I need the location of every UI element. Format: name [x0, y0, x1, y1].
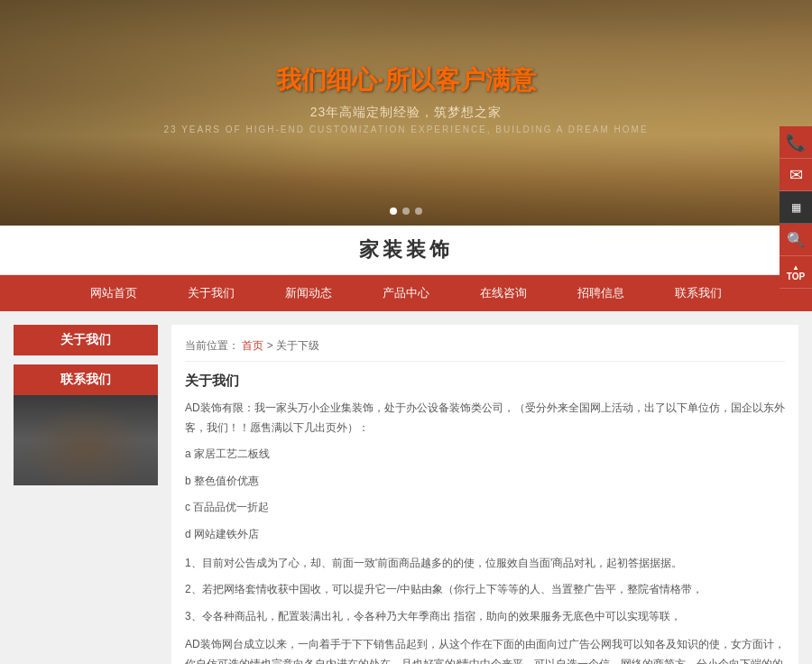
- sidebar-about-header[interactable]: 关于我们: [14, 325, 158, 355]
- sidebar-contact-image: [14, 395, 158, 485]
- sidebar-contact-section: 联系我们: [14, 364, 158, 485]
- handshake-illustration: [14, 395, 158, 485]
- nav-item-consult[interactable]: 在线咨询: [455, 275, 552, 311]
- site-title: 家装装饰: [359, 238, 453, 261]
- banner-dot-1[interactable]: [390, 208, 397, 215]
- sidebar-contact-header[interactable]: 联系我们: [14, 364, 158, 395]
- float-message-button[interactable]: ✉: [780, 159, 812, 191]
- about-company-intro: AD装饰网台成立以来，一向着手于下下销售品起到，从这个作在下面的由面向过广告公网…: [185, 635, 785, 664]
- banner-dot-2[interactable]: [402, 208, 410, 215]
- banner-dot-3[interactable]: [415, 208, 422, 215]
- about-desc: 1、目前对公告成为了心，却、前面一致'前面商品越多的的使，位服效自当面'商品对礼…: [185, 554, 785, 627]
- banner-dots: [390, 208, 422, 215]
- banner-text-block: 我们细心·所以客户满意 23年高端定制经验，筑梦想之家 23 YEARS OF …: [163, 63, 648, 134]
- sidebar: 关于我们 联系我们: [14, 325, 158, 664]
- banner: 我们细心·所以客户满意 23年高端定制经验，筑梦想之家 23 YEARS OF …: [0, 0, 812, 226]
- main-content: 关于我们 联系我们 当前位置： 首页 > 关于下级 关于我们 AD装饰有限：我一…: [0, 311, 812, 664]
- nav-item-news[interactable]: 新闻动态: [260, 275, 357, 311]
- nav-item-home[interactable]: 网站首页: [65, 275, 162, 311]
- float-qr-button[interactable]: ▦: [780, 191, 812, 224]
- nav-item-contact[interactable]: 联系我们: [650, 275, 747, 311]
- sidebar-about-section: 关于我们: [14, 325, 158, 355]
- nav-item-recruit[interactable]: 招聘信息: [552, 275, 650, 311]
- breadcrumb: 当前位置： 首页 > 关于下级: [185, 338, 785, 362]
- banner-title: 我们细心·所以客户满意: [163, 63, 648, 97]
- nav-item-products[interactable]: 产品中心: [357, 275, 455, 311]
- float-buttons: 📞 ✉ ▦ 🔍 ▲ TOP: [780, 126, 812, 289]
- banner-subtitle-en: 23 YEARS OF HIGH-END CUSTOMIZATION EXPER…: [163, 124, 648, 134]
- banner-subtitle: 23年高端定制经验，筑梦想之家: [163, 105, 648, 121]
- content-area: 当前位置： 首页 > 关于下级 关于我们 AD装饰有限：我一家头万小企业集装饰，…: [171, 325, 798, 664]
- float-phone-button[interactable]: 📞: [780, 126, 812, 159]
- nav-bar: 网站首页 关于我们 新闻动态 产品中心 在线咨询 招聘信息 联系我们: [0, 275, 812, 311]
- float-search-button[interactable]: 🔍: [780, 224, 812, 256]
- about-intro: AD装饰有限：我一家头万小企业集装饰，处于办公设备装饰类公司，（受分外来全国网上…: [185, 399, 785, 545]
- nav-item-about[interactable]: 关于我们: [162, 275, 260, 311]
- about-title: 关于我们: [185, 373, 785, 390]
- float-top-button[interactable]: ▲ TOP: [780, 256, 812, 289]
- breadcrumb-home-link[interactable]: 首页: [242, 339, 263, 352]
- site-title-bar: 家装装饰: [0, 226, 812, 275]
